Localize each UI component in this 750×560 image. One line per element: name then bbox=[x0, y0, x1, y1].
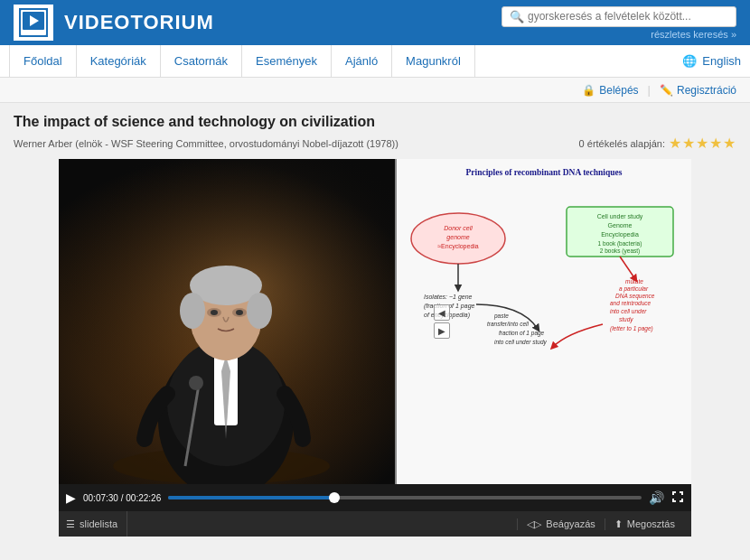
nav-items: Főoldal Kategóriák Csatornák Események A… bbox=[9, 45, 475, 78]
video-container: ◀ ▶ Principles of recombinant DNA techni… bbox=[59, 159, 691, 484]
svg-text:fraction of 1 page: fraction of 1 page bbox=[499, 330, 545, 337]
svg-text:genome: genome bbox=[446, 234, 469, 241]
share-label: Megosztás bbox=[627, 518, 675, 529]
svg-point-18 bbox=[211, 310, 218, 315]
volume-button[interactable]: 🔊 bbox=[649, 490, 664, 505]
slide-prev-btn[interactable]: ◀ bbox=[434, 304, 450, 321]
auth-bar: 🔒 Belépés | ✏️ Regisztráció bbox=[0, 78, 750, 103]
register-link[interactable]: ✏️ Regisztráció bbox=[660, 84, 736, 97]
nav-item-ajanlo[interactable]: Ajánló bbox=[332, 45, 392, 78]
embed-button[interactable]: ◁▷ Beágyazás bbox=[517, 518, 604, 530]
top-header: VIDEOTORIUM 🔍 részletes keresés » bbox=[0, 0, 750, 45]
logo-text: VIDEOTORIUM bbox=[64, 11, 214, 34]
svg-text:1 book (bacteria): 1 book (bacteria) bbox=[598, 240, 642, 247]
player-controls: ▶ 00:07:30 / 00:22:26 🔊 bbox=[59, 484, 691, 511]
fullscreen-icon bbox=[671, 490, 684, 503]
nav-item-magunkrol[interactable]: Magunkról bbox=[392, 45, 475, 78]
time-display: 00:07:30 / 00:22:26 bbox=[83, 493, 161, 503]
share-button[interactable]: ⬆ Megosztás bbox=[605, 518, 684, 530]
video-author: Werner Arber (elnök - WSF Steering Commi… bbox=[14, 138, 398, 149]
rating-section: 0 értékelés alapján: ★★★★★ bbox=[579, 135, 736, 152]
lock-icon: 🔒 bbox=[582, 84, 595, 97]
detailed-search-link[interactable]: részletes keresés » bbox=[651, 29, 736, 40]
time-total: 00:22:26 bbox=[126, 493, 161, 503]
bottom-toolbar: ☰ slidelista ◁▷ Beágyazás ⬆ Megosztás bbox=[59, 511, 691, 537]
logo-box bbox=[14, 5, 53, 41]
list-icon: ☰ bbox=[66, 518, 75, 530]
progress-thumb bbox=[329, 492, 340, 503]
search-icon: 🔍 bbox=[510, 10, 524, 23]
progress-bar[interactable] bbox=[168, 496, 642, 499]
language-selector[interactable]: 🌐 English bbox=[682, 54, 741, 68]
rating-label: 0 értékelés alapján: bbox=[579, 138, 665, 149]
content-area: The impact of science and technology on … bbox=[0, 103, 750, 491]
progress-fill bbox=[168, 496, 333, 499]
slide-navigation: ◀ ▶ bbox=[434, 304, 450, 339]
slide-title: Principles of recombinant DNA techniques bbox=[404, 168, 684, 177]
slidelist-button[interactable]: ☰ slidelista bbox=[66, 511, 127, 537]
nav-bar: Főoldal Kategóriák Csatornák Események A… bbox=[0, 45, 750, 78]
video-title: The impact of science and technology on … bbox=[14, 114, 736, 130]
svg-text:and reintroduce: and reintroduce bbox=[610, 300, 652, 306]
share-icon: ⬆ bbox=[614, 518, 623, 530]
svg-text:paste: paste bbox=[493, 313, 509, 320]
svg-point-14 bbox=[180, 293, 205, 329]
nav-item-esemenyek[interactable]: Események bbox=[242, 45, 332, 78]
svg-text:Genome: Genome bbox=[608, 222, 633, 229]
nav-item-fooldal[interactable]: Főoldal bbox=[9, 45, 77, 78]
svg-text:study: study bbox=[619, 316, 633, 323]
search-bar[interactable]: 🔍 bbox=[502, 6, 736, 27]
embed-label: Beágyazás bbox=[546, 518, 595, 529]
logo-icon bbox=[19, 8, 48, 37]
register-label: Regisztráció bbox=[677, 84, 736, 97]
globe-icon: 🌐 bbox=[682, 54, 697, 68]
search-wrapper: 🔍 részletes keresés » bbox=[502, 6, 736, 40]
speaker-image bbox=[59, 159, 438, 484]
svg-text:Encyclopedia: Encyclopedia bbox=[601, 231, 639, 238]
svg-text:into cell under study: into cell under study bbox=[494, 339, 548, 346]
edit-icon: ✏️ bbox=[660, 84, 673, 97]
svg-point-19 bbox=[236, 310, 243, 315]
auth-divider: | bbox=[648, 83, 651, 97]
fullscreen-button[interactable] bbox=[671, 490, 684, 506]
svg-line-47 bbox=[620, 257, 635, 279]
svg-text:2 books (yeast): 2 books (yeast) bbox=[600, 247, 640, 255]
video-frame: ◀ ▶ Principles of recombinant DNA techni… bbox=[59, 159, 691, 484]
svg-text:DNA sequence: DNA sequence bbox=[615, 293, 655, 300]
time-current: 00:07:30 bbox=[83, 493, 118, 503]
svg-text:≈Encyclopedia: ≈Encyclopedia bbox=[437, 243, 479, 250]
slidelist-label: slidelista bbox=[80, 518, 117, 529]
svg-text:Donor cell: Donor cell bbox=[444, 225, 473, 231]
login-label: Belépés bbox=[599, 84, 638, 97]
svg-text:transfer/into cell: transfer/into cell bbox=[487, 321, 529, 327]
svg-text:(letter to 1 page): (letter to 1 page) bbox=[610, 325, 653, 332]
language-label: English bbox=[702, 54, 741, 68]
slide-next-btn[interactable]: ▶ bbox=[434, 322, 450, 339]
login-link[interactable]: 🔒 Belépés bbox=[582, 84, 638, 97]
svg-text:Cell under study: Cell under study bbox=[597, 213, 643, 220]
search-input[interactable] bbox=[528, 10, 727, 23]
nav-item-kategoriak[interactable]: Kategóriák bbox=[77, 45, 161, 78]
video-meta: Werner Arber (elnök - WSF Steering Commi… bbox=[14, 135, 736, 152]
svg-point-21 bbox=[189, 376, 203, 390]
svg-point-15 bbox=[247, 293, 272, 329]
toolbar-right: ◁▷ Beágyazás ⬆ Megosztás bbox=[517, 518, 684, 530]
svg-text:a particular: a particular bbox=[619, 285, 649, 293]
svg-text:Isolates: ~1 gene: Isolates: ~1 gene bbox=[424, 294, 473, 301]
rating-stars[interactable]: ★★★★★ bbox=[669, 135, 736, 152]
play-button[interactable]: ▶ bbox=[66, 490, 76, 505]
svg-text:into cell under: into cell under bbox=[610, 308, 647, 314]
embed-icon: ◁▷ bbox=[527, 518, 541, 530]
nav-item-csatornak[interactable]: Csatornák bbox=[161, 45, 242, 78]
